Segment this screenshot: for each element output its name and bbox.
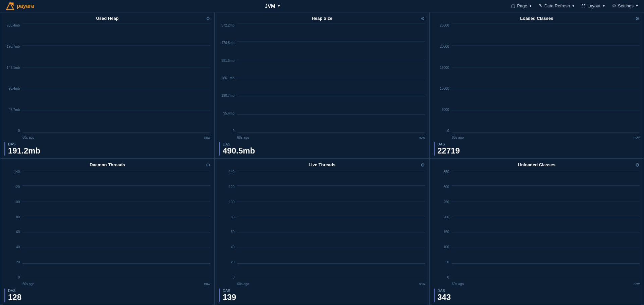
y-label: 60 (231, 230, 234, 234)
y-label: 0 (447, 129, 449, 133)
x-label-end: now (634, 282, 640, 286)
loaded-classes-svg-wrap (452, 24, 640, 133)
refresh-icon: ↻ (539, 3, 543, 8)
loaded-classes-das-value: 22719 (437, 146, 460, 155)
used-heap-gear-icon[interactable]: ⚙ (206, 16, 210, 21)
page-label: Page (517, 3, 527, 8)
y-label: 150 (443, 230, 449, 234)
y-label: 40 (231, 245, 234, 249)
used-heap-svg (22, 24, 210, 133)
daemon-threads-svg (22, 170, 210, 279)
y-label: 15000 (440, 66, 449, 70)
y-label: 10000 (440, 87, 449, 90)
y-label: 238.4mb (7, 24, 20, 27)
daemon-threads-chart: 140 120 100 80 60 40 20 0 (4, 170, 210, 286)
unloaded-classes-x-axis: 60s ago now (452, 282, 640, 286)
unloaded-classes-panel: Unloaded Classes ⚙ 350 300 250 200 150 1… (429, 159, 644, 305)
live-threads-svg (237, 170, 425, 279)
y-label: 0 (232, 275, 234, 279)
y-label: 143.1mb (7, 66, 20, 70)
y-label: 190.7mb (7, 45, 20, 48)
x-label-end: now (634, 136, 640, 139)
x-label-start: 60s ago (22, 282, 35, 286)
live-threads-x-axis: 60s ago now (237, 282, 425, 286)
y-label: 381.5mb (221, 59, 234, 62)
layout-menu[interactable]: ☷ Layout ▼ (582, 3, 605, 8)
y-label: 140 (229, 170, 234, 174)
header-left: payara (5, 1, 34, 11)
logo: payara (5, 1, 34, 11)
daemon-threads-das: DAS 128 (4, 289, 21, 302)
y-label: 100 (443, 245, 449, 249)
heap-size-das: DAS 490.5mb (219, 142, 255, 156)
x-label-end: now (419, 282, 425, 286)
y-label: 47.7mb (9, 108, 20, 112)
dashboard-grid: Used Heap ⚙ 238.4mb 190.7mb 143.1mb 95.4… (0, 12, 644, 305)
heap-size-das-label: DAS (223, 142, 255, 146)
loaded-classes-panel: Loaded Classes ⚙ 25000 20000 15000 10000… (429, 12, 644, 159)
data-refresh-label: Data Refresh (544, 3, 570, 8)
loaded-classes-footer: DAS 22719 (434, 141, 640, 156)
y-label: 0 (18, 129, 20, 133)
settings-icon: ⚙ (612, 3, 616, 8)
x-label-end: now (419, 136, 425, 139)
daemon-threads-y-axis: 140 120 100 80 60 40 20 0 (4, 170, 21, 279)
refresh-chevron-icon: ▼ (572, 4, 575, 8)
heap-size-svg (237, 24, 425, 133)
settings-menu[interactable]: ⚙ Settings ▼ (612, 3, 639, 8)
live-threads-gear-icon[interactable]: ⚙ (421, 162, 425, 168)
y-label: 300 (443, 185, 449, 189)
y-label: 572.2mb (221, 24, 234, 27)
daemon-threads-title: Daemon Threads (4, 162, 210, 167)
y-label: 80 (231, 215, 234, 219)
unloaded-classes-y-axis: 350 300 250 200 150 100 50 0 (434, 170, 450, 279)
heap-size-x-axis: 60s ago now (237, 136, 425, 139)
used-heap-title: Used Heap (4, 16, 210, 21)
daemon-threads-das-label: DAS (8, 289, 21, 293)
y-label: 50 (445, 260, 449, 264)
live-threads-das-value: 139 (223, 293, 236, 302)
payara-text: payara (17, 3, 34, 9)
live-threads-y-axis: 140 120 100 80 60 40 20 0 (219, 170, 236, 279)
used-heap-das-label: DAS (8, 142, 40, 146)
loaded-classes-svg (452, 24, 640, 133)
daemon-threads-gear-icon[interactable]: ⚙ (206, 162, 210, 168)
y-label: 20000 (440, 45, 449, 48)
y-label: 60 (16, 230, 20, 234)
y-label: 20 (231, 260, 234, 264)
used-heap-das: DAS 191.2mb (4, 142, 40, 156)
data-refresh-menu[interactable]: ↻ Data Refresh ▼ (539, 3, 575, 8)
y-label: 95.4mb (9, 87, 20, 90)
live-threads-das: DAS 139 (219, 289, 236, 302)
used-heap-x-axis: 60s ago now (22, 136, 210, 139)
loaded-classes-gear-icon[interactable]: ⚙ (635, 16, 640, 21)
heap-size-y-axis: 572.2mb 476.8mb 381.5mb 286.1mb 190.7mb … (219, 24, 236, 133)
daemon-threads-das-value: 128 (8, 293, 21, 302)
y-label: 20 (16, 260, 20, 264)
layout-label: Layout (587, 3, 600, 8)
jvm-chevron-icon[interactable]: ▼ (277, 4, 280, 8)
loaded-classes-chart: 25000 20000 15000 10000 5000 0 (434, 24, 640, 139)
heap-size-svg-wrap (237, 24, 425, 133)
heap-size-das-value: 490.5mb (223, 146, 255, 155)
unloaded-classes-das-value: 343 (437, 293, 451, 302)
y-label: 0 (232, 129, 234, 133)
payara-logo-icon (5, 1, 15, 11)
page-title: JVM (265, 3, 275, 9)
y-label: 5000 (442, 108, 449, 112)
daemon-threads-panel: Daemon Threads ⚙ 140 120 100 80 60 40 20… (0, 159, 215, 305)
unloaded-classes-das: DAS 343 (434, 289, 451, 302)
x-label-start: 60s ago (452, 136, 464, 139)
unloaded-classes-footer: DAS 343 (434, 288, 640, 302)
y-label: 100 (229, 200, 234, 204)
live-threads-title: Live Threads (219, 162, 425, 167)
page-menu[interactable]: ▢ Page ▼ (511, 3, 532, 8)
loaded-classes-y-axis: 25000 20000 15000 10000 5000 0 (434, 24, 450, 133)
live-threads-footer: DAS 139 (219, 288, 425, 302)
unloaded-classes-svg (452, 170, 640, 279)
x-label-start: 60s ago (22, 136, 35, 139)
heap-size-gear-icon[interactable]: ⚙ (421, 16, 425, 21)
unloaded-classes-gear-icon[interactable]: ⚙ (635, 162, 640, 168)
y-label: 80 (16, 215, 20, 219)
settings-chevron-icon: ▼ (635, 4, 639, 8)
